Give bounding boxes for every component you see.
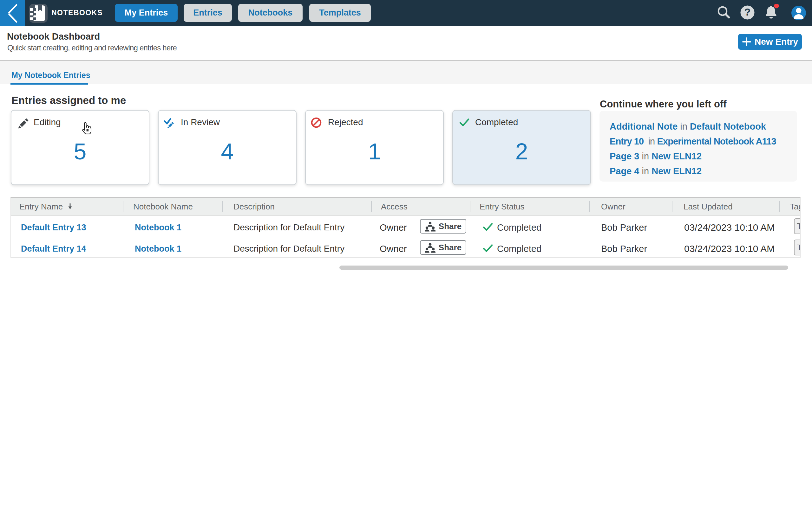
svg-text:?: ?: [745, 6, 751, 18]
